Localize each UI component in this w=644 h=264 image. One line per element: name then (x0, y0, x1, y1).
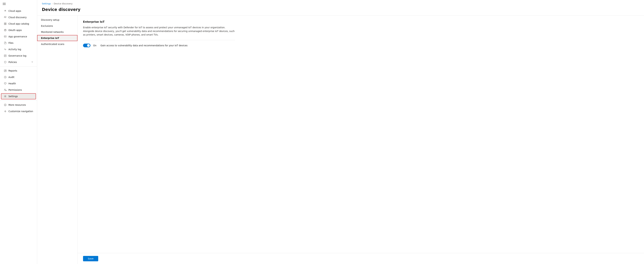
breadcrumb: Settings › Device discovery (37, 0, 644, 6)
sidebar-item-label: Settings (8, 95, 18, 98)
sidebar: Cloud apps Cloud discovery Cloud app cat… (0, 0, 37, 264)
save-area: Save (78, 253, 644, 264)
sidebar-item-activity-log[interactable]: Activity log (1, 46, 36, 52)
sidebar-item-label: Health (8, 82, 16, 85)
hamburger-icon (3, 2, 6, 5)
sidebar-item-label: Permissions (8, 89, 22, 91)
right-panel: Enterprise IoT Enable enterprise IoT sec… (78, 15, 644, 253)
svg-rect-7 (4, 24, 5, 25)
save-button[interactable]: Save (83, 256, 98, 261)
settings-icon (4, 95, 7, 98)
reports-icon (4, 69, 7, 72)
toggle-thumb (87, 44, 90, 47)
svg-point-10 (5, 30, 6, 30)
left-nav: Discovery setup Exclusions Monitored net… (37, 15, 78, 264)
breadcrumb-current: Device discovery (54, 2, 72, 5)
svg-point-15 (4, 89, 6, 90)
toggle-on-label: On (93, 44, 96, 47)
svg-rect-5 (4, 23, 5, 23)
sidebar-item-label: Cloud apps (8, 9, 21, 12)
svg-rect-8 (6, 24, 6, 25)
activity-icon (4, 48, 7, 51)
policies-icon (4, 61, 7, 64)
sidebar-item-cloud-discovery[interactable]: Cloud discovery (1, 14, 36, 20)
main-content: Settings › Device discovery Device disco… (37, 0, 644, 264)
section-description: Enable enterprise IoT security with Defe… (83, 26, 235, 40)
governance-icon (4, 35, 7, 38)
svg-rect-1 (3, 4, 6, 4)
governance-log-icon (4, 54, 7, 57)
content-panel: Discovery setup Exclusions Monitored net… (37, 15, 644, 264)
sidebar-item-label: Policies (8, 61, 17, 63)
sidebar-item-app-governance[interactable]: App governance (1, 33, 36, 40)
sidebar-item-label: Cloud app catalog (8, 22, 29, 25)
sidebar-item-cloud-apps[interactable]: Cloud apps (1, 8, 36, 14)
left-nav-monitored-networks[interactable]: Monitored networks (37, 29, 78, 35)
left-nav-authenticated-scans[interactable]: Authenticated scans (37, 41, 78, 47)
left-nav-exclusions[interactable]: Exclusions (37, 23, 78, 29)
sidebar-divider (0, 66, 37, 67)
sidebar-item-label: Files (8, 42, 14, 44)
files-icon (4, 41, 7, 44)
sidebar-item-label: Reports (8, 69, 17, 72)
toggle-row: On Gain access to vulnerability data and… (83, 44, 638, 47)
sidebar-item-label: Audit (8, 76, 14, 78)
enterprise-iot-toggle[interactable] (83, 44, 90, 47)
sidebar-item-settings[interactable]: Settings (1, 93, 36, 99)
breadcrumb-separator: › (52, 2, 53, 5)
svg-point-4 (5, 17, 6, 18)
sidebar-item-label: OAuth apps (8, 29, 22, 31)
sidebar-item-label: Cloud discovery (8, 16, 27, 19)
svg-rect-6 (6, 23, 6, 23)
left-nav-enterprise-iot[interactable]: Enterprise IoT (37, 35, 78, 41)
sidebar-item-label: More resources (8, 104, 26, 106)
section-title: Enterprise IoT (83, 20, 638, 23)
sidebar-item-governance-log[interactable]: Governance log (1, 53, 36, 59)
breadcrumb-settings-link[interactable]: Settings (42, 2, 51, 5)
sidebar-item-audit[interactable]: Audit (1, 74, 36, 80)
hamburger-menu[interactable] (0, 0, 37, 8)
sidebar-item-label: Customize navigation (8, 110, 33, 113)
sidebar-item-files[interactable]: Files (1, 40, 36, 46)
cloud-discovery-icon (4, 16, 7, 19)
toggle-track (83, 44, 90, 47)
sidebar-item-policies[interactable]: Policies (1, 59, 36, 65)
health-icon (4, 82, 7, 85)
page-title: Device discovery (42, 7, 639, 12)
left-nav-discovery-setup[interactable]: Discovery setup (37, 17, 78, 23)
oauth-icon (4, 29, 7, 32)
cloud-apps-icon (4, 9, 7, 12)
audit-icon (4, 76, 7, 79)
sidebar-item-label: App governance (8, 35, 27, 38)
customize-icon (4, 110, 7, 113)
page-title-area: Device discovery (37, 6, 644, 15)
sidebar-item-label: Governance log (8, 54, 26, 57)
svg-point-17 (5, 96, 6, 97)
sidebar-item-oauth-apps[interactable]: OAuth apps (1, 27, 36, 33)
svg-rect-2 (3, 5, 6, 5)
toggle-description: Gain access to vulnerability data and re… (100, 44, 188, 47)
chevron-down-icon (31, 61, 33, 63)
more-icon (4, 103, 7, 106)
permissions-icon (4, 88, 7, 91)
right-content-wrapper: Enterprise IoT Enable enterprise IoT sec… (78, 15, 644, 264)
sidebar-item-reports[interactable]: Reports (1, 68, 36, 74)
sidebar-item-permissions[interactable]: Permissions (1, 87, 36, 93)
sidebar-item-label: Activity log (8, 48, 21, 51)
sidebar-item-customize-navigation[interactable]: Customize navigation (1, 108, 36, 114)
sidebar-item-health[interactable]: Health (1, 81, 36, 87)
sidebar-item-more-resources[interactable]: More resources (1, 102, 36, 108)
svg-rect-0 (3, 3, 6, 3)
sidebar-item-cloud-app-catalog[interactable]: Cloud app catalog (1, 21, 36, 27)
catalog-icon (4, 22, 7, 25)
